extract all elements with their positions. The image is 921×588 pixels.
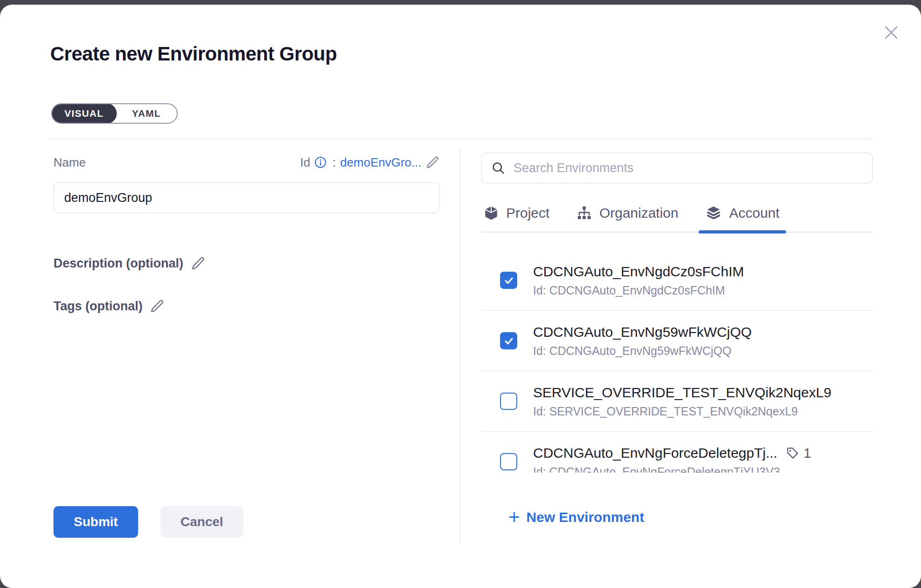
environment-row-2[interactable]: CDCNGAuto_EnvNg59wFkWCjQQ Id: CDCNGAuto_… bbox=[481, 311, 873, 371]
name-label: Name bbox=[53, 155, 86, 170]
search-icon bbox=[491, 161, 505, 175]
panes-divider bbox=[460, 150, 460, 542]
tab-organization-label: Organization bbox=[599, 205, 678, 221]
toggle-visual[interactable]: VISUAL bbox=[51, 103, 117, 124]
header-divider bbox=[49, 139, 873, 139]
environment-list: CDCNGAuto_EnvNgdCz0sFChIM Id: CDCNGAuto_… bbox=[481, 233, 873, 473]
tab-account[interactable]: Account bbox=[705, 205, 779, 232]
close-icon[interactable] bbox=[880, 21, 902, 44]
id-label: Id bbox=[300, 155, 310, 170]
name-row: Name Id : demoEnvGro... bbox=[53, 153, 440, 172]
description-label: Description (optional) bbox=[53, 256, 183, 271]
environment-name: CDCNGAuto_EnvNgdCz0sFChIM bbox=[533, 264, 744, 280]
environment-row-3[interactable]: SERVICE_OVERRIDE_TEST_ENVQik2NqexL9 Id: … bbox=[481, 371, 873, 432]
environment-id: Id: CDCNGAuto_EnvNgForceDeletegpTjYU3V3 bbox=[533, 465, 811, 473]
search-environments-box bbox=[481, 153, 873, 183]
layers-icon bbox=[705, 205, 722, 221]
edit-tags-pencil-icon[interactable] bbox=[150, 299, 165, 314]
environment-row-1[interactable]: CDCNGAuto_EnvNgdCz0sFChIM Id: CDCNGAuto_… bbox=[481, 234, 873, 311]
tab-project[interactable]: Project bbox=[483, 205, 549, 232]
tab-organization[interactable]: Organization bbox=[576, 205, 678, 232]
org-chart-icon bbox=[576, 205, 592, 221]
edit-description-pencil-icon[interactable] bbox=[191, 256, 206, 271]
environment-id: Id: CDCNGAuto_EnvNgdCz0sFChIM bbox=[533, 284, 744, 297]
cube-icon bbox=[483, 205, 499, 221]
name-input[interactable] bbox=[53, 182, 440, 213]
tab-project-label: Project bbox=[506, 205, 549, 221]
environment-name: CDCNGAuto_EnvNgForceDeletegpTj... bbox=[533, 445, 777, 461]
environment-name: SERVICE_OVERRIDE_TEST_ENVQik2NqexL9 bbox=[533, 385, 831, 401]
id-value-link[interactable]: demoEnvGro... bbox=[340, 155, 421, 170]
create-environment-group-modal: Create new Environment Group VISUAL YAML… bbox=[0, 5, 921, 588]
scope-tabs: Project Organization bbox=[481, 205, 873, 233]
page-title: Create new Environment Group bbox=[50, 43, 337, 65]
toggle-yaml[interactable]: YAML bbox=[116, 103, 177, 124]
checkbox-checked-icon[interactable] bbox=[500, 332, 517, 349]
id-colon: : bbox=[333, 155, 336, 170]
environment-name: CDCNGAuto_EnvNg59wFkWCjQQ bbox=[533, 324, 752, 340]
tab-account-label: Account bbox=[729, 205, 779, 221]
environment-id: Id: SERVICE_OVERRIDE_TEST_ENVQik2NqexL9 bbox=[533, 405, 831, 418]
environments-pane: Project Organization bbox=[481, 153, 873, 542]
checkbox-checked-icon[interactable] bbox=[500, 272, 517, 289]
environment-row-4[interactable]: CDCNGAuto_EnvNgForceDeletegpTj... 1 I bbox=[481, 432, 873, 473]
environment-id: Id: CDCNGAuto_EnvNg59wFkWCjQQ bbox=[533, 344, 752, 358]
id-cluster: Id : demoEnvGro... bbox=[300, 155, 440, 170]
new-environment-label: New Environment bbox=[527, 509, 644, 525]
checkbox-unchecked-icon[interactable] bbox=[500, 453, 517, 470]
tag-count: 1 bbox=[803, 445, 811, 461]
cancel-button[interactable]: Cancel bbox=[160, 506, 243, 538]
form-pane: Name Id : demoEnvGro... bbox=[53, 153, 440, 315]
checkbox-unchecked-icon[interactable] bbox=[500, 393, 517, 410]
plus-icon: + bbox=[508, 509, 520, 526]
footer-actions: Submit Cancel bbox=[53, 506, 243, 538]
search-environments-input[interactable] bbox=[514, 161, 863, 175]
submit-button[interactable]: Submit bbox=[53, 506, 138, 538]
tags-optional-row[interactable]: Tags (optional) bbox=[53, 297, 440, 315]
tag-icon bbox=[786, 446, 800, 460]
tag-count-badge: 1 bbox=[786, 445, 811, 461]
new-environment-button[interactable]: + New Environment bbox=[508, 509, 644, 526]
description-optional-row[interactable]: Description (optional) bbox=[53, 254, 440, 273]
info-icon[interactable] bbox=[314, 156, 327, 168]
tags-label: Tags (optional) bbox=[53, 299, 142, 314]
visual-yaml-toggle: VISUAL YAML bbox=[51, 103, 178, 124]
edit-id-pencil-icon[interactable] bbox=[426, 155, 440, 169]
